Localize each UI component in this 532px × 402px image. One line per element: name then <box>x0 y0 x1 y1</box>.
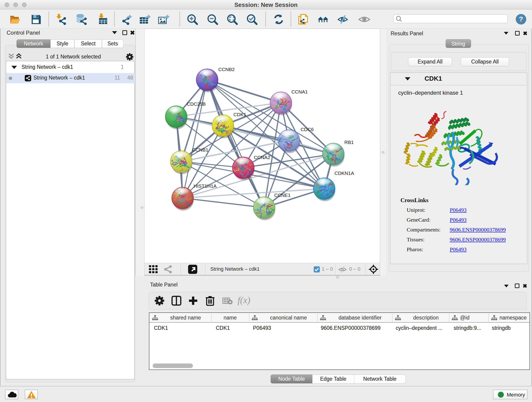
svg-text:CCNE1: CCNE1 <box>274 192 291 198</box>
svg-text:CCNA2: CCNA2 <box>254 155 270 160</box>
svg-text:CDKN1A: CDKN1A <box>335 171 354 176</box>
svg-text:HIST1H1A: HIST1H1A <box>194 183 216 189</box>
svg-text:CDC6: CDC6 <box>301 127 314 132</box>
svg-text:CCNA1: CCNA1 <box>291 89 308 95</box>
svg-text:CDC25B: CDC25B <box>187 101 206 107</box>
svg-text:RB1: RB1 <box>344 140 354 145</box>
svg-text:CDK1: CDK1 <box>234 112 246 117</box>
svg-text:CCNB2: CCNB2 <box>218 67 234 72</box>
svg-text:CCNB1: CCNB1 <box>192 147 208 153</box>
